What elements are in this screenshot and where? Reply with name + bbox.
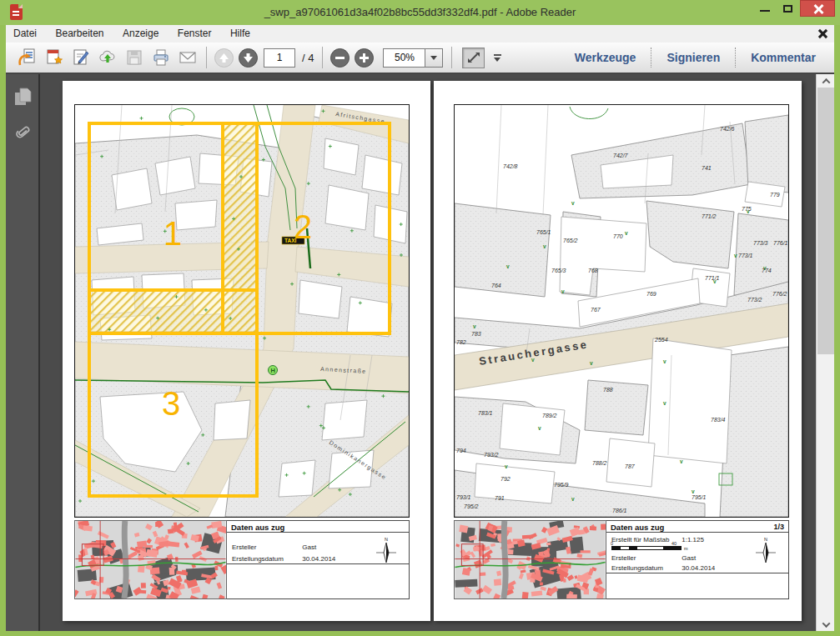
fit-page-toggle[interactable] <box>462 48 485 68</box>
create-pdf-button[interactable] <box>42 46 67 69</box>
scroll-up-button[interactable] <box>817 74 835 88</box>
legend-value: 30.04.2014 <box>682 564 715 572</box>
chevron-down-icon <box>430 56 437 60</box>
parcel: 788 <box>603 387 613 393</box>
title-bar: _swp_a97061061d3a4f02b8bc55dd3f332df4.pd… <box>0 0 840 25</box>
more-tools-dropdown[interactable] <box>491 52 503 63</box>
parcel: 788/2 <box>592 460 607 466</box>
toolbar: 1 / 4 50% Werkzeuge Signieren Kommentar <box>6 43 834 74</box>
save-icon <box>124 48 144 68</box>
menu-anzeige[interactable]: Anzeige <box>115 25 166 43</box>
legend-label: Ersteller <box>611 554 680 562</box>
zoom-in-button[interactable] <box>355 48 374 68</box>
overview-map <box>74 520 227 599</box>
arrow-down-icon <box>239 49 257 67</box>
email-icon <box>178 48 198 68</box>
page-thumbnails-button[interactable] <box>13 86 33 108</box>
parcel: 765/2 <box>563 238 578 243</box>
cadastral-map-2: vvvvvvvvvvvvvvvvvvvStrauchergasse742/674… <box>454 104 789 518</box>
zoom-level-input[interactable]: 50% <box>383 48 425 68</box>
legend-label: Erstellt für Maßstab <box>611 536 680 543</box>
vmark: v <box>663 400 666 406</box>
parcel: 774 <box>762 268 772 273</box>
parcel: 786/1 <box>612 508 627 513</box>
kommentar-button[interactable]: Kommentar <box>736 51 831 64</box>
sign-document-button[interactable] <box>68 46 93 69</box>
menu-hilfe[interactable]: Hilfe <box>223 25 258 43</box>
save-button[interactable] <box>122 46 147 69</box>
vmark: v <box>561 288 565 294</box>
signieren-button[interactable]: Signieren <box>651 51 735 64</box>
create-pdf-icon <box>44 48 64 68</box>
menu-bearbeiten[interactable]: Bearbeiten <box>48 25 111 43</box>
page-total-label: / 4 <box>302 52 314 64</box>
cloud-upload-button[interactable] <box>95 46 120 69</box>
close-button[interactable] <box>800 0 835 17</box>
minimize-button[interactable] <box>753 0 777 17</box>
parcel: 742/6 <box>720 126 735 132</box>
panel-buttons: Werkzeuge Signieren Kommentar <box>560 43 834 73</box>
parcel: 783 <box>471 331 481 337</box>
pages-icon <box>13 86 33 108</box>
maximize-button[interactable] <box>777 0 800 17</box>
chevron-up-icon <box>822 78 830 86</box>
parcel: 768 <box>588 268 598 273</box>
scale-bar <box>611 546 682 550</box>
legend-label: Ersteller <box>232 543 300 551</box>
vmark: v <box>663 358 666 364</box>
vmark: v <box>590 360 593 366</box>
menu-bar: Datei Bearbeiten Anzeige Fenster Hilfe <box>6 25 834 43</box>
scrollbar-thumb[interactable] <box>817 88 834 354</box>
parcel: 767 <box>591 307 601 313</box>
parcel: 793/2 <box>484 452 499 458</box>
region-num: 3 <box>162 385 180 422</box>
vmark: v <box>680 458 683 464</box>
vmark: v <box>571 496 575 502</box>
legend-title: Daten aus zug <box>606 521 788 533</box>
page-number-input[interactable]: 1 <box>264 48 295 68</box>
zoom-out-button[interactable] <box>330 48 350 68</box>
next-page-button[interactable] <box>239 48 258 68</box>
vmark: v <box>543 243 546 249</box>
vertical-scrollbar[interactable] <box>816 74 834 631</box>
chevron-down-icon <box>494 58 500 62</box>
zoom-dropdown-button[interactable] <box>425 48 443 68</box>
print-button[interactable] <box>148 46 174 69</box>
attachments-button[interactable] <box>13 119 33 141</box>
parcel: 2554 <box>654 337 668 343</box>
parcel: 795/2 <box>464 503 479 509</box>
svg-text:N: N <box>385 537 388 542</box>
parcel: 783/4 <box>711 417 726 423</box>
menu-datei[interactable]: Datei <box>6 25 44 43</box>
previous-page-button[interactable] <box>214 48 234 68</box>
scroll-down-button[interactable] <box>817 618 835 631</box>
region-num: 2 <box>294 208 312 245</box>
legend-value: Gast <box>302 543 316 551</box>
cadastral-map-1: TAXIHAfritschgasseAnnenstraßeDominikaner… <box>74 104 410 518</box>
open-file-button[interactable] <box>15 46 40 69</box>
close-menubar-icon[interactable] <box>817 28 827 38</box>
legend-label: Erstellungsdatum <box>611 564 680 572</box>
parcel: 771/2 <box>702 213 717 219</box>
parcel: 771/1 <box>705 275 720 281</box>
map-legend-box: Daten aus zug 1/3 Erstellt für Maßstab 1… <box>606 520 789 599</box>
paperclip-icon <box>13 119 33 141</box>
parcel: 789/2 <box>542 413 557 418</box>
window-title: _swp_a97061061d3a4f02b8bc55dd3f332df4.pd… <box>0 6 840 18</box>
parcel: 764 <box>491 283 501 288</box>
parcel: 779 <box>770 192 780 198</box>
parcel: 791 <box>495 495 505 501</box>
parcel: 770 <box>613 233 623 239</box>
parcel: 783/1 <box>478 410 493 416</box>
email-button[interactable] <box>175 46 200 69</box>
document-area: TAXIHAfritschgasseAnnenstraßeDominikaner… <box>6 74 834 631</box>
scale-tick: m <box>684 546 688 551</box>
parcel: 773/3 <box>753 240 768 246</box>
parcel: 741 <box>702 165 712 171</box>
overview-map <box>454 520 606 599</box>
menu-fenster[interactable]: Fenster <box>170 25 219 43</box>
parcel: 773/2 <box>747 297 762 303</box>
werkzeuge-button[interactable]: Werkzeuge <box>560 51 651 64</box>
legend-value: Gast <box>682 554 696 562</box>
parcel: 794 <box>456 448 466 453</box>
